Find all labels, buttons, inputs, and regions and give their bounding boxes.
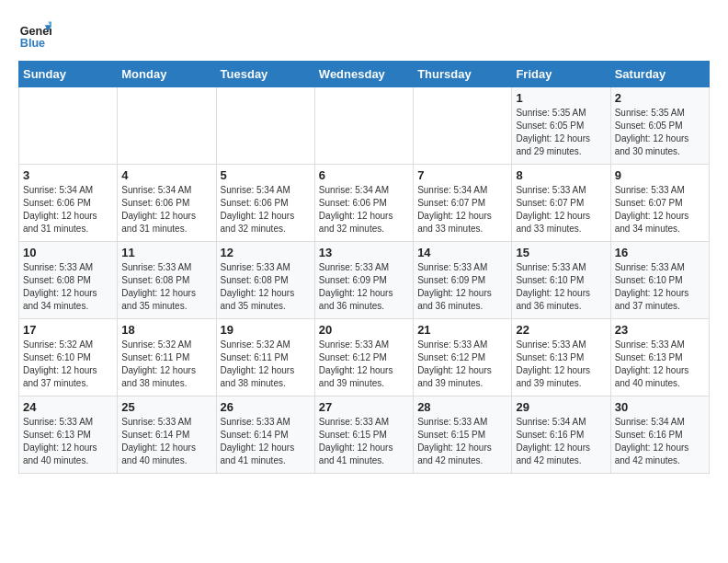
day-info: Sunrise: 5:33 AM Sunset: 6:08 PM Dayligh… xyxy=(23,261,113,313)
calendar-header: SundayMondayTuesdayWednesdayThursdayFrid… xyxy=(19,62,710,87)
calendar-cell: 29Sunrise: 5:34 AM Sunset: 6:16 PM Dayli… xyxy=(512,396,610,474)
calendar-cell xyxy=(314,87,413,165)
day-info: Sunrise: 5:34 AM Sunset: 6:16 PM Dayligh… xyxy=(615,416,705,467)
calendar-cell: 1Sunrise: 5:35 AM Sunset: 6:05 PM Daylig… xyxy=(512,87,610,165)
calendar-cell: 11Sunrise: 5:33 AM Sunset: 6:08 PM Dayli… xyxy=(118,242,216,319)
day-number: 17 xyxy=(23,323,113,337)
day-number: 25 xyxy=(121,400,211,414)
header-cell-wednesday: Wednesday xyxy=(314,62,413,87)
day-number: 21 xyxy=(417,323,507,337)
day-number: 29 xyxy=(516,400,606,414)
day-info: Sunrise: 5:33 AM Sunset: 6:09 PM Dayligh… xyxy=(417,261,507,313)
day-info: Sunrise: 5:34 AM Sunset: 6:06 PM Dayligh… xyxy=(23,184,113,236)
calendar-body: 1Sunrise: 5:35 AM Sunset: 6:05 PM Daylig… xyxy=(19,87,710,474)
calendar-cell: 13Sunrise: 5:33 AM Sunset: 6:09 PM Dayli… xyxy=(314,242,413,319)
calendar-cell: 14Sunrise: 5:33 AM Sunset: 6:09 PM Dayli… xyxy=(414,242,512,319)
calendar-cell: 4Sunrise: 5:34 AM Sunset: 6:06 PM Daylig… xyxy=(118,165,216,242)
calendar-cell: 20Sunrise: 5:33 AM Sunset: 6:12 PM Dayli… xyxy=(314,319,413,396)
day-number: 5 xyxy=(221,168,311,182)
day-number: 8 xyxy=(516,168,606,182)
calendar-cell: 27Sunrise: 5:33 AM Sunset: 6:15 PM Dayli… xyxy=(314,396,413,474)
calendar-cell: 8Sunrise: 5:33 AM Sunset: 6:07 PM Daylig… xyxy=(512,165,610,242)
calendar-cell: 17Sunrise: 5:32 AM Sunset: 6:10 PM Dayli… xyxy=(19,319,118,396)
day-info: Sunrise: 5:33 AM Sunset: 6:14 PM Dayligh… xyxy=(221,416,311,467)
day-info: Sunrise: 5:33 AM Sunset: 6:07 PM Dayligh… xyxy=(516,184,606,236)
header-cell-friday: Friday xyxy=(512,62,610,87)
calendar-row: 17Sunrise: 5:32 AM Sunset: 6:10 PM Dayli… xyxy=(19,319,710,396)
page: General Blue SundayMondayTuesdayWednesda… xyxy=(0,0,728,483)
calendar-cell: 26Sunrise: 5:33 AM Sunset: 6:14 PM Dayli… xyxy=(216,396,314,474)
day-info: Sunrise: 5:34 AM Sunset: 6:16 PM Dayligh… xyxy=(516,416,606,467)
day-number: 24 xyxy=(23,400,113,414)
calendar-cell xyxy=(216,87,314,165)
calendar-cell: 5Sunrise: 5:34 AM Sunset: 6:06 PM Daylig… xyxy=(216,165,314,242)
calendar-cell: 10Sunrise: 5:33 AM Sunset: 6:08 PM Dayli… xyxy=(19,242,118,319)
calendar-cell: 15Sunrise: 5:33 AM Sunset: 6:10 PM Dayli… xyxy=(512,242,610,319)
day-info: Sunrise: 5:34 AM Sunset: 6:06 PM Dayligh… xyxy=(121,184,211,236)
calendar-cell: 21Sunrise: 5:33 AM Sunset: 6:12 PM Dayli… xyxy=(414,319,512,396)
day-info: Sunrise: 5:33 AM Sunset: 6:13 PM Dayligh… xyxy=(615,339,705,390)
day-number: 14 xyxy=(417,246,507,259)
calendar-cell: 9Sunrise: 5:33 AM Sunset: 6:07 PM Daylig… xyxy=(610,165,709,242)
day-info: Sunrise: 5:32 AM Sunset: 6:11 PM Dayligh… xyxy=(221,339,311,390)
day-number: 4 xyxy=(121,168,211,182)
day-number: 6 xyxy=(319,168,409,182)
header-cell-thursday: Thursday xyxy=(414,62,512,87)
calendar-cell: 22Sunrise: 5:33 AM Sunset: 6:13 PM Dayli… xyxy=(512,319,610,396)
day-info: Sunrise: 5:33 AM Sunset: 6:15 PM Dayligh… xyxy=(417,416,507,467)
logo: General Blue xyxy=(18,18,51,52)
day-number: 19 xyxy=(221,323,311,337)
day-info: Sunrise: 5:33 AM Sunset: 6:12 PM Dayligh… xyxy=(319,339,409,390)
calendar-cell: 28Sunrise: 5:33 AM Sunset: 6:15 PM Dayli… xyxy=(414,396,512,474)
calendar-cell: 16Sunrise: 5:33 AM Sunset: 6:10 PM Dayli… xyxy=(610,242,709,319)
day-info: Sunrise: 5:33 AM Sunset: 6:08 PM Dayligh… xyxy=(221,261,311,313)
day-number: 12 xyxy=(221,246,311,259)
header-cell-tuesday: Tuesday xyxy=(216,62,314,87)
svg-text:Blue: Blue xyxy=(20,37,45,50)
calendar-cell: 30Sunrise: 5:34 AM Sunset: 6:16 PM Dayli… xyxy=(610,396,709,474)
calendar-row: 10Sunrise: 5:33 AM Sunset: 6:08 PM Dayli… xyxy=(19,242,710,319)
day-info: Sunrise: 5:33 AM Sunset: 6:08 PM Dayligh… xyxy=(121,261,211,313)
calendar-cell: 19Sunrise: 5:32 AM Sunset: 6:11 PM Dayli… xyxy=(216,319,314,396)
day-number: 9 xyxy=(615,168,705,182)
day-info: Sunrise: 5:33 AM Sunset: 6:09 PM Dayligh… xyxy=(319,261,409,313)
calendar-row: 1Sunrise: 5:35 AM Sunset: 6:05 PM Daylig… xyxy=(19,87,710,165)
calendar-row: 3Sunrise: 5:34 AM Sunset: 6:06 PM Daylig… xyxy=(19,165,710,242)
header-cell-saturday: Saturday xyxy=(610,62,709,87)
day-number: 7 xyxy=(417,168,507,182)
calendar-cell: 18Sunrise: 5:32 AM Sunset: 6:11 PM Dayli… xyxy=(118,319,216,396)
day-number: 30 xyxy=(615,400,705,414)
day-info: Sunrise: 5:34 AM Sunset: 6:07 PM Dayligh… xyxy=(417,184,507,236)
header: General Blue xyxy=(18,18,710,52)
calendar-cell: 2Sunrise: 5:35 AM Sunset: 6:05 PM Daylig… xyxy=(610,87,709,165)
day-number: 28 xyxy=(417,400,507,414)
day-number: 23 xyxy=(615,323,705,337)
calendar-cell xyxy=(118,87,216,165)
day-number: 10 xyxy=(23,246,113,259)
day-info: Sunrise: 5:32 AM Sunset: 6:10 PM Dayligh… xyxy=(23,339,113,390)
calendar-table: SundayMondayTuesdayWednesdayThursdayFrid… xyxy=(18,61,710,474)
calendar-cell: 12Sunrise: 5:33 AM Sunset: 6:08 PM Dayli… xyxy=(216,242,314,319)
day-number: 1 xyxy=(516,91,606,105)
calendar-cell: 6Sunrise: 5:34 AM Sunset: 6:06 PM Daylig… xyxy=(314,165,413,242)
calendar-cell: 25Sunrise: 5:33 AM Sunset: 6:14 PM Dayli… xyxy=(118,396,216,474)
day-info: Sunrise: 5:35 AM Sunset: 6:05 PM Dayligh… xyxy=(615,107,705,158)
logo-icon: General Blue xyxy=(18,18,51,52)
day-info: Sunrise: 5:33 AM Sunset: 6:07 PM Dayligh… xyxy=(615,184,705,236)
calendar-cell xyxy=(19,87,118,165)
day-number: 26 xyxy=(221,400,311,414)
day-number: 20 xyxy=(319,323,409,337)
header-cell-monday: Monday xyxy=(118,62,216,87)
day-number: 13 xyxy=(319,246,409,259)
day-number: 11 xyxy=(121,246,211,259)
day-number: 16 xyxy=(615,246,705,259)
day-info: Sunrise: 5:33 AM Sunset: 6:14 PM Dayligh… xyxy=(121,416,211,467)
header-cell-sunday: Sunday xyxy=(19,62,118,87)
day-info: Sunrise: 5:33 AM Sunset: 6:10 PM Dayligh… xyxy=(615,261,705,313)
day-info: Sunrise: 5:34 AM Sunset: 6:06 PM Dayligh… xyxy=(319,184,409,236)
day-info: Sunrise: 5:33 AM Sunset: 6:12 PM Dayligh… xyxy=(417,339,507,390)
day-number: 3 xyxy=(23,168,113,182)
calendar-cell xyxy=(414,87,512,165)
calendar-cell: 3Sunrise: 5:34 AM Sunset: 6:06 PM Daylig… xyxy=(19,165,118,242)
day-info: Sunrise: 5:33 AM Sunset: 6:10 PM Dayligh… xyxy=(516,261,606,313)
